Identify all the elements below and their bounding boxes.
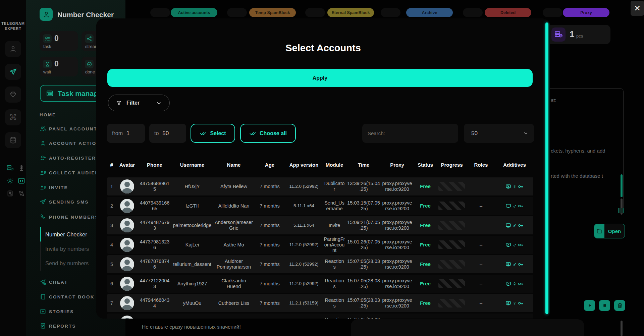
age-cell: 7 months xyxy=(254,300,285,306)
modal-title: Select Accounts xyxy=(96,43,550,54)
search-input[interactable] xyxy=(362,124,458,143)
sidebar-subitem-label: Invite by numbers xyxy=(45,246,89,252)
select-accounts-modal: Select Accounts Apply Filter from 1 to 5… xyxy=(96,18,550,319)
roles-cell: – xyxy=(466,242,496,248)
phone-cell: 447944660434 xyxy=(138,297,171,309)
rail-accounts-button[interactable] xyxy=(5,41,21,57)
select-button-label: Select xyxy=(210,130,226,136)
row-number: 1 xyxy=(107,184,116,189)
server-check-icon[interactable] xyxy=(6,164,14,172)
icon-rail: TELEGRAM EXPERT ⌘ xyxy=(0,0,26,336)
plus-square-icon xyxy=(40,308,46,315)
key-icon xyxy=(518,281,524,287)
proxy-server-icon xyxy=(554,30,563,39)
select-button[interactable]: Select xyxy=(191,124,235,143)
additives-cell: ♂ xyxy=(496,261,533,268)
page-size-select[interactable]: 50 xyxy=(464,124,534,143)
bottom-panel xyxy=(351,319,584,336)
choose-all-button[interactable]: Choose all xyxy=(240,124,296,143)
rail-database-button[interactable] xyxy=(5,132,21,148)
play-button[interactable] xyxy=(584,300,595,311)
clipboard-check-icon[interactable] xyxy=(6,190,14,197)
tab-temp-spamblock[interactable]: Temp SpamBlock xyxy=(249,8,296,17)
tab-eternal-spamblock[interactable]: Eternal SpamBlock xyxy=(327,8,374,17)
open-button-label: Open xyxy=(604,224,625,238)
avatar-cell xyxy=(116,238,138,252)
proxy-count-card: 1 pcs xyxy=(547,25,610,44)
column-header-#: # xyxy=(107,162,116,168)
rail-command-button[interactable]: ⌘ xyxy=(5,109,21,125)
range-from-input[interactable]: from 1 xyxy=(107,124,145,143)
time-cell: 15:07:05(28.03.25) xyxy=(346,297,381,309)
sidebar-item-reports[interactable]: REPORTS xyxy=(26,322,125,330)
tab-deleted[interactable]: Deleted xyxy=(485,8,531,17)
webcam-person-icon[interactable] xyxy=(18,164,25,172)
avatar xyxy=(120,238,134,252)
resize-handle[interactable] xyxy=(618,208,624,213)
rail-premium-button[interactable] xyxy=(5,87,21,103)
row-number: 7 xyxy=(107,300,116,306)
sidebar-item-label: REPORTS xyxy=(49,324,76,329)
close-button[interactable]: ✕ xyxy=(631,1,644,16)
phone-cell: 447878768746 xyxy=(138,259,171,270)
range-to-input[interactable]: to 50 xyxy=(149,124,186,143)
avatar-cell xyxy=(116,296,138,310)
progress-cell xyxy=(437,299,466,307)
column-header-app-version: App version xyxy=(285,162,323,168)
status-cell: Free xyxy=(413,183,437,189)
username-cell: KajLei xyxy=(171,242,213,248)
panel-text-fragment: at: xyxy=(551,97,556,103)
filter-button[interactable]: Filter xyxy=(108,95,170,111)
avatar xyxy=(120,296,134,310)
table-row[interactable]: 24407943916665IzGTIfAlllelddlto Nan7 mon… xyxy=(107,197,533,215)
status-cell: Free xyxy=(413,261,437,267)
status-cell: Free xyxy=(413,203,437,209)
stop-button[interactable] xyxy=(599,300,610,311)
tab-active-accounts[interactable]: Active accounts xyxy=(171,8,217,17)
progress-cell xyxy=(437,202,466,210)
username-cell: HfUxjY xyxy=(171,184,213,189)
table-row[interactable]: 844746650553unsaturationamaReactions15:0… xyxy=(107,314,533,319)
table-row[interactable]: 7447944660434yMuuOuCuthbertx Liss7 month… xyxy=(107,294,533,312)
command-icon: ⌘ xyxy=(9,113,17,121)
name-cell: Asthe Mo xyxy=(213,242,254,248)
monitor-x-icon xyxy=(505,261,512,268)
tab-archive[interactable]: Archive xyxy=(406,8,453,17)
row-number: 6 xyxy=(107,281,116,287)
app-version-cell: 11.2.0 (52992) xyxy=(285,281,323,286)
swap-icon[interactable] xyxy=(18,190,25,197)
table-row[interactable]: 5447878768746tellurium_dassentAuidrcer P… xyxy=(107,255,533,273)
apply-button[interactable]: Apply xyxy=(107,69,533,87)
table-row[interactable]: 6447721220043Anything1927Clarksardin Hue… xyxy=(107,275,533,293)
active-indicator xyxy=(40,241,41,256)
bottom-scrollbar[interactable] xyxy=(621,321,623,336)
female-icon: ♀ xyxy=(513,281,517,287)
sidebar-subitem-label: Number Checker xyxy=(45,231,87,238)
column-header-phone: Phone xyxy=(138,162,171,168)
gear-icon[interactable] xyxy=(6,177,14,184)
panel-text-fragment: rted with the database t xyxy=(551,173,603,179)
table-row[interactable]: 3447494876793palmettocoleridgeAndersonja… xyxy=(107,216,533,234)
app-version-cell: 11.2.0 (52992) xyxy=(285,184,323,189)
key-icon xyxy=(518,242,524,248)
table-row[interactable]: 1447546889615HfUxjYAfyta Bellew7 months1… xyxy=(107,177,533,195)
monitor-x-icon xyxy=(505,300,512,306)
key-icon xyxy=(518,203,524,209)
panel-scrollbar[interactable] xyxy=(621,174,623,197)
open-button[interactable]: Open xyxy=(594,224,625,238)
progress-bar xyxy=(438,221,465,230)
proxy-cell: proxy.proxyverse.io:9200 xyxy=(381,297,413,309)
proxy-count-value: 1 xyxy=(570,29,574,40)
status-cell: Free xyxy=(413,300,437,306)
row-number: 4 xyxy=(107,242,116,248)
table-row[interactable]: 4447379813236KajLeiAsthe Mo7 months11.2.… xyxy=(107,236,533,254)
tab-proxy[interactable]: Proxy xyxy=(563,8,609,17)
person-list-icon xyxy=(40,169,46,176)
male-icon: ♂ xyxy=(513,262,517,267)
username-cell: IzGTIf xyxy=(171,203,213,209)
modal-scrollbar[interactable] xyxy=(545,22,548,314)
rail-sender-button[interactable] xyxy=(5,64,21,80)
delete-button[interactable] xyxy=(614,300,625,311)
code-window-icon[interactable] xyxy=(18,177,25,184)
avatar xyxy=(120,277,134,291)
